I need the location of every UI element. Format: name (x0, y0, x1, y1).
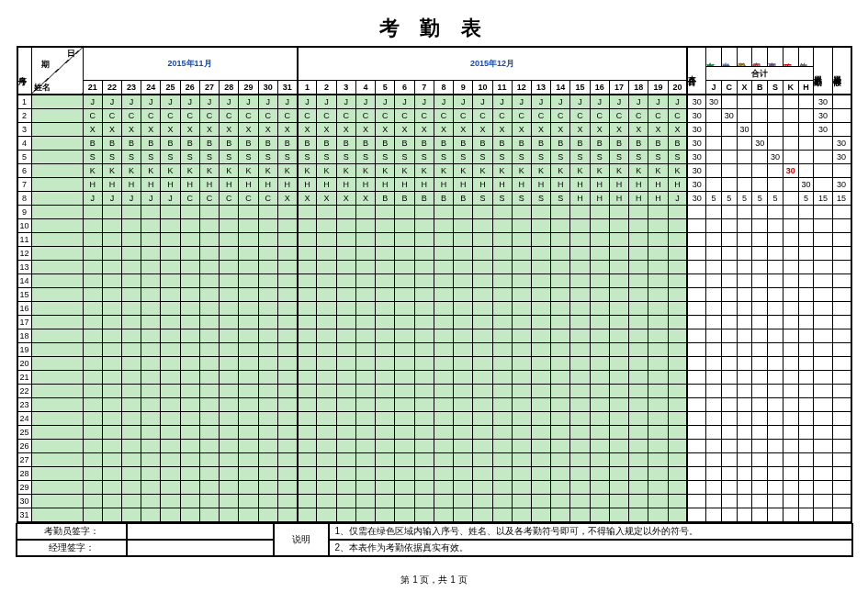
mark-cell[interactable] (161, 357, 180, 371)
mark-cell[interactable] (317, 274, 336, 288)
mark-cell[interactable] (239, 508, 258, 523)
mark-cell[interactable]: J (161, 95, 180, 109)
mark-cell[interactable] (492, 371, 512, 385)
name-cell[interactable] (31, 329, 83, 343)
mark-cell[interactable]: S (454, 151, 473, 164)
mark-cell[interactable] (454, 371, 473, 385)
mark-cell[interactable]: S (258, 151, 277, 164)
mark-cell[interactable] (668, 412, 687, 426)
mark-cell[interactable] (454, 219, 473, 233)
mark-cell[interactable] (220, 357, 239, 371)
mark-cell[interactable]: S (668, 151, 687, 164)
seq-cell[interactable]: 28 (17, 467, 32, 481)
mark-cell[interactable] (355, 219, 375, 233)
mark-cell[interactable] (414, 233, 434, 247)
mark-cell[interactable] (648, 508, 668, 523)
seq-cell[interactable]: 13 (17, 261, 32, 274)
mark-cell[interactable]: B (141, 137, 161, 151)
mark-cell[interactable] (180, 426, 199, 440)
mark-cell[interactable] (454, 426, 473, 440)
mark-cell[interactable] (570, 398, 590, 412)
mark-cell[interactable] (531, 371, 550, 385)
mark-cell[interactable] (434, 398, 453, 412)
mark-cell[interactable] (180, 274, 199, 288)
mark-cell[interactable] (298, 440, 317, 453)
mark-cell[interactable]: X (336, 192, 355, 206)
mark-cell[interactable] (376, 219, 395, 233)
mark-cell[interactable] (141, 219, 161, 233)
mark-cell[interactable] (199, 385, 219, 398)
mark-cell[interactable] (512, 467, 531, 481)
mark-cell[interactable] (122, 495, 141, 508)
mark-cell[interactable] (473, 440, 492, 453)
seq-cell[interactable]: 15 (17, 288, 32, 302)
mark-cell[interactable]: B (161, 137, 180, 151)
mark-cell[interactable] (414, 508, 434, 523)
mark-cell[interactable] (298, 288, 317, 302)
mark-cell[interactable]: B (355, 137, 375, 151)
mark-cell[interactable] (590, 233, 609, 247)
mark-cell[interactable] (609, 316, 628, 329)
mark-cell[interactable] (355, 288, 375, 302)
mark-cell[interactable] (531, 385, 550, 398)
mark-cell[interactable] (102, 233, 121, 247)
mark-cell[interactable] (531, 233, 550, 247)
mark-cell[interactable] (102, 385, 121, 398)
mark-cell[interactable]: C (376, 109, 395, 123)
mark-cell[interactable] (376, 440, 395, 453)
mark-cell[interactable]: J (102, 95, 121, 109)
mark-cell[interactable]: J (336, 95, 355, 109)
mark-cell[interactable] (258, 440, 277, 453)
mark-cell[interactable] (199, 467, 219, 481)
mark-cell[interactable] (570, 467, 590, 481)
mark-cell[interactable] (434, 219, 453, 233)
mark-cell[interactable] (220, 219, 239, 233)
mark-cell[interactable]: K (141, 164, 161, 178)
mark-cell[interactable] (531, 481, 550, 495)
mark-cell[interactable] (102, 261, 121, 274)
mark-cell[interactable] (590, 371, 609, 385)
mark-cell[interactable]: J (298, 95, 317, 109)
mark-cell[interactable] (609, 233, 628, 247)
mark-cell[interactable] (570, 495, 590, 508)
mark-cell[interactable]: S (473, 192, 492, 206)
mark-cell[interactable] (180, 385, 199, 398)
mark-cell[interactable] (473, 357, 492, 371)
mark-cell[interactable] (336, 467, 355, 481)
mark-cell[interactable]: C (414, 109, 434, 123)
mark-cell[interactable]: K (336, 164, 355, 178)
mark-cell[interactable] (434, 302, 453, 316)
mark-cell[interactable] (376, 398, 395, 412)
seq-cell[interactable]: 9 (17, 206, 32, 219)
mark-cell[interactable] (512, 357, 531, 371)
mark-cell[interactable] (551, 398, 570, 412)
mark-cell[interactable] (570, 481, 590, 495)
mark-cell[interactable] (531, 206, 550, 219)
seq-cell[interactable]: 27 (17, 453, 32, 467)
name-cell[interactable] (31, 151, 83, 164)
mark-cell[interactable] (512, 316, 531, 329)
mark-cell[interactable] (355, 343, 375, 357)
mark-cell[interactable] (590, 508, 609, 523)
mark-cell[interactable] (239, 316, 258, 329)
mark-cell[interactable] (434, 329, 453, 343)
mark-cell[interactable] (629, 481, 648, 495)
mark-cell[interactable]: C (531, 109, 550, 123)
mark-cell[interactable] (258, 481, 277, 495)
mark-cell[interactable] (161, 206, 180, 219)
mark-cell[interactable]: J (668, 192, 687, 206)
mark-cell[interactable]: J (395, 95, 414, 109)
mark-cell[interactable] (648, 453, 668, 467)
mark-cell[interactable] (199, 426, 219, 440)
mark-cell[interactable] (376, 426, 395, 440)
mark-cell[interactable] (395, 288, 414, 302)
mark-cell[interactable]: J (473, 95, 492, 109)
mark-cell[interactable]: K (414, 164, 434, 178)
mark-cell[interactable] (376, 247, 395, 261)
mark-cell[interactable] (590, 247, 609, 261)
mark-cell[interactable] (609, 426, 628, 440)
mark-cell[interactable] (102, 426, 121, 440)
mark-cell[interactable] (239, 357, 258, 371)
mark-cell[interactable]: S (141, 151, 161, 164)
mark-cell[interactable] (668, 357, 687, 371)
